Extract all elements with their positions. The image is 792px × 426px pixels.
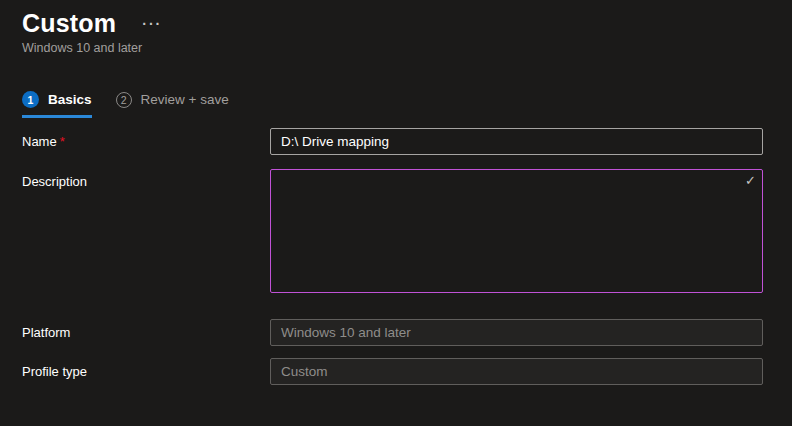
page-subtitle: Windows 10 and later <box>22 41 763 55</box>
tab-review-save[interactable]: 2 Review + save <box>116 91 229 118</box>
platform-input <box>270 319 763 346</box>
ellipsis-icon: ··· <box>142 16 162 32</box>
profile-type-input <box>270 358 763 385</box>
more-options-button[interactable]: ··· <box>138 17 166 31</box>
step-2-circle-icon: 2 <box>116 92 132 108</box>
description-textarea[interactable] <box>270 169 763 293</box>
tab-basics-label: Basics <box>48 92 92 107</box>
wizard-steps: 1 Basics 2 Review + save <box>22 91 763 118</box>
step-1-number: 1 <box>28 94 34 106</box>
page-header: Custom ··· <box>22 8 763 38</box>
name-field-row: Name* <box>22 128 763 155</box>
name-label: Name* <box>22 134 270 149</box>
basics-form: Name* Description ✓ Platform Profile typ… <box>22 128 763 385</box>
name-input[interactable] <box>270 128 763 155</box>
platform-field-row: Platform <box>22 319 763 346</box>
tab-basics[interactable]: 1 Basics <box>22 91 92 118</box>
tab-review-save-label: Review + save <box>141 92 229 107</box>
required-asterisk: * <box>60 134 65 149</box>
page-title: Custom <box>22 8 116 38</box>
profile-type-label: Profile type <box>22 364 270 379</box>
profile-type-field-row: Profile type <box>22 358 763 385</box>
step-1-circle-icon: 1 <box>22 91 39 108</box>
description-label: Description <box>22 169 270 189</box>
page-root: Custom ··· Windows 10 and later 1 Basics… <box>0 0 792 385</box>
platform-label: Platform <box>22 325 270 340</box>
step-2-number: 2 <box>121 94 127 106</box>
description-field-row: Description ✓ <box>22 169 763 297</box>
